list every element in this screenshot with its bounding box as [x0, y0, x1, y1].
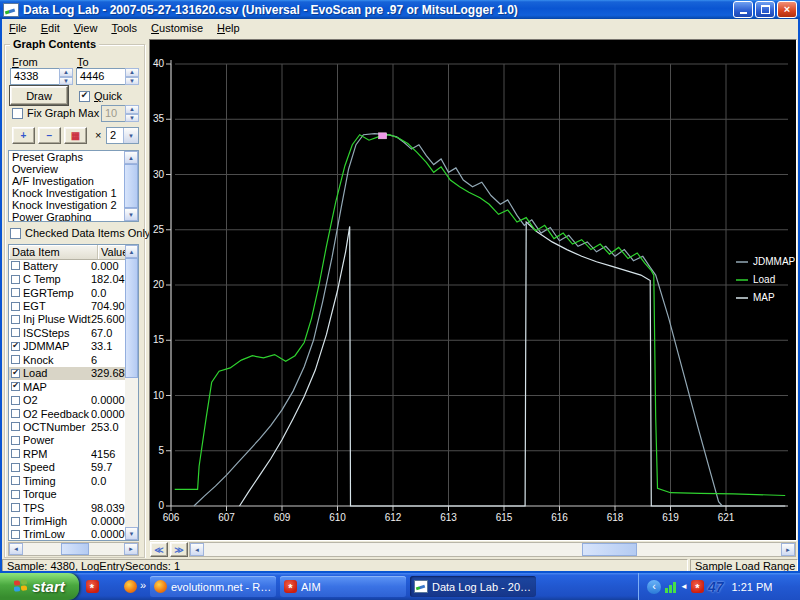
from-input[interactable]: 4338 — [10, 68, 59, 85]
table-row[interactable]: ✔ JDMMAP 33.1 — [9, 340, 125, 353]
row-checkbox[interactable]: ✔ — [11, 288, 20, 297]
table-row[interactable]: ✔ O2 Feedback 0.0000 — [9, 407, 125, 420]
maximize-button[interactable] — [755, 1, 775, 18]
row-checkbox[interactable]: ✔ — [11, 490, 20, 499]
row-checkbox[interactable]: ✔ — [11, 369, 20, 378]
page-back-button[interactable]: ≪ — [150, 542, 168, 557]
preset-item[interactable]: Preset Graphs — [9, 151, 124, 163]
scroll-up-icon[interactable]: ▲ — [125, 245, 138, 258]
graph-hscrollbar[interactable]: ◄ ► — [189, 542, 796, 557]
table-row[interactable]: ✔ TrimHigh 0.0000 — [9, 514, 125, 527]
scroll-thumb[interactable] — [124, 164, 138, 208]
table-row[interactable]: ✔ Knock 6 — [9, 353, 125, 366]
quicklaunch-button[interactable] — [84, 579, 100, 595]
minimize-button[interactable] — [733, 1, 753, 18]
draw-button[interactable]: Draw — [10, 86, 68, 105]
scroll-down-icon[interactable]: ▼ — [125, 527, 138, 540]
row-checkbox[interactable]: ✔ — [11, 382, 20, 391]
scroll-right-icon[interactable]: ► — [124, 543, 138, 555]
row-checkbox[interactable]: ✔ — [11, 409, 20, 418]
zoom-in-button[interactable]: + — [12, 127, 35, 144]
volume-icon[interactable]: ◄ — [680, 582, 687, 591]
tray-chevron-icon[interactable]: ‹ — [647, 580, 661, 594]
menu-item[interactable]: Help — [210, 21, 247, 35]
scroll-left-icon[interactable]: ◄ — [190, 543, 204, 556]
table-row[interactable]: ✔ EGT 704.90 — [9, 299, 125, 312]
column-data-item[interactable]: Data Item — [9, 245, 98, 259]
close-button[interactable]: × — [777, 1, 797, 18]
table-row[interactable]: ✔ Power — [9, 434, 125, 447]
row-checkbox[interactable]: ✔ — [11, 517, 20, 526]
scroll-down-icon[interactable]: ▼ — [124, 208, 138, 221]
to-down-icon[interactable]: ▼ — [125, 77, 139, 86]
row-checkbox[interactable]: ✔ — [11, 396, 20, 405]
table-row[interactable]: ✔ OCTNumber 253.0 — [9, 420, 125, 433]
menu-item[interactable]: Tools — [104, 21, 144, 35]
preset-list-scrollbar[interactable]: ▲ ▼ — [124, 151, 138, 221]
temperature-badge[interactable]: 47 — [708, 579, 724, 595]
table-row[interactable]: ✔ RPM 4156 — [9, 447, 125, 460]
table-row[interactable]: ✔ O2 0.0000 — [9, 393, 125, 406]
zoom-out-button[interactable]: − — [38, 127, 61, 144]
overflow-chevron-icon[interactable]: » — [140, 579, 146, 591]
scroll-thumb[interactable] — [125, 258, 138, 378]
grid-button[interactable]: ▦ — [64, 127, 87, 144]
table-row[interactable]: ✔ Load 329.68 — [9, 367, 125, 380]
preset-item[interactable]: A/F Investigation — [9, 175, 124, 187]
row-checkbox[interactable]: ✔ — [11, 302, 20, 311]
menu-item[interactable]: File — [2, 21, 34, 35]
table-scrollbar[interactable]: ▲ ▼ — [125, 245, 138, 540]
table-row[interactable]: ✔ MAP — [9, 380, 125, 393]
table-row[interactable]: ✔ Battery 0.000 — [9, 259, 125, 272]
row-checkbox[interactable]: ✔ — [11, 342, 20, 351]
from-up-icon[interactable]: ▲ — [59, 68, 73, 77]
row-checkbox[interactable]: ✔ — [11, 436, 20, 445]
row-checkbox[interactable]: ✔ — [11, 463, 20, 472]
table-row[interactable]: ✔ Timing 0.0 — [9, 474, 125, 487]
row-checkbox[interactable]: ✔ — [11, 328, 20, 337]
to-input[interactable]: 4446 — [76, 68, 125, 85]
scroll-left-icon[interactable]: ◄ — [9, 543, 23, 555]
chart-plot[interactable]: 6066076096106126136156166186196210510152… — [150, 40, 795, 539]
taskbar-task[interactable]: AIM — [280, 576, 406, 597]
from-down-icon[interactable]: ▼ — [59, 77, 73, 86]
scroll-thumb[interactable] — [582, 543, 637, 556]
checked-only-checkbox[interactable] — [10, 228, 21, 239]
quicklaunch-button[interactable] — [122, 579, 138, 595]
preset-item[interactable]: Knock Investigation 2 — [9, 199, 124, 211]
row-checkbox[interactable]: ✔ — [11, 261, 20, 270]
table-row[interactable]: ✔ Inj Pluse Width 25.600 — [9, 313, 125, 326]
row-checkbox[interactable]: ✔ — [11, 530, 20, 539]
table-row[interactable]: ✔ C Temp 182.04 — [9, 272, 125, 285]
taskbar-task[interactable]: evolutionm.net - Repl... — [150, 576, 276, 597]
table-row[interactable]: ✔ TrimLow 0.0000 — [9, 528, 125, 540]
page-forward-button[interactable]: ≫ — [170, 542, 188, 557]
table-row[interactable]: ✔ ISCSteps 67.0 — [9, 326, 125, 339]
to-up-icon[interactable]: ▲ — [125, 68, 139, 77]
menu-item[interactable]: Edit — [34, 21, 67, 35]
row-checkbox[interactable]: ✔ — [11, 476, 20, 485]
start-button[interactable]: start — [0, 573, 79, 600]
row-checkbox[interactable]: ✔ — [11, 422, 20, 431]
aim-tray-icon[interactable] — [691, 580, 704, 593]
scroll-right-icon[interactable]: ► — [781, 543, 795, 556]
row-checkbox[interactable]: ✔ — [11, 449, 20, 458]
scroll-up-icon[interactable]: ▲ — [124, 151, 138, 164]
fix-graph-max-checkbox[interactable] — [12, 108, 23, 119]
table-row[interactable]: ✔ TPS 98.039 — [9, 501, 125, 514]
scroll-thumb[interactable] — [61, 543, 89, 555]
table-row[interactable]: ✔ EGRTemp 0.0 — [9, 286, 125, 299]
menu-item[interactable]: Customise — [144, 21, 210, 35]
row-checkbox[interactable]: ✔ — [11, 315, 20, 324]
quicklaunch-button[interactable] — [103, 579, 119, 595]
taskbar-task[interactable]: Data Log Lab - 2007-... — [410, 576, 536, 597]
row-checkbox[interactable]: ✔ — [11, 503, 20, 512]
multiplier-dropdown[interactable]: 2 ▼ — [106, 127, 139, 144]
row-checkbox[interactable]: ✔ — [11, 275, 20, 284]
table-hscrollbar[interactable]: ◄ ► — [8, 542, 139, 556]
menu-item[interactable]: View — [67, 21, 105, 35]
preset-item[interactable]: Overview — [9, 163, 124, 175]
preset-item[interactable]: Knock Investigation 1 — [9, 187, 124, 199]
preset-item[interactable]: Power Graphing — [9, 211, 124, 221]
quick-checkbox[interactable]: ✔ — [79, 91, 90, 102]
